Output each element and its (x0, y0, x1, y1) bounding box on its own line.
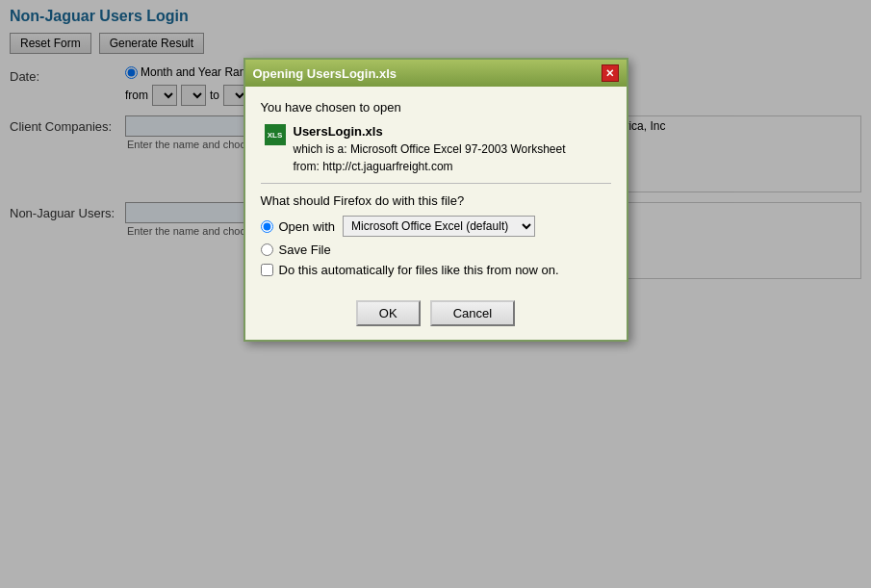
save-file-label[interactable]: Save File (261, 243, 331, 257)
auto-checkbox[interactable] (261, 264, 273, 276)
file-details: UsersLogin.xls which is a: Microsoft Off… (294, 124, 566, 175)
dialog-footer: OK Cancel (245, 291, 627, 293)
dialog-titlebar: Opening UsersLogin.xls ✕ (245, 60, 627, 87)
open-with-label[interactable]: Open with (261, 219, 336, 234)
dialog-title: Opening UsersLogin.xls (253, 66, 397, 81)
file-meta: which is a: Microsoft Office Excel 97-20… (294, 141, 566, 175)
divider (261, 183, 611, 184)
dialog-overlay: Opening UsersLogin.xls ✕ You have chosen… (0, 0, 871, 293)
open-with-radio[interactable] (261, 220, 273, 233)
dialog-intro: You have chosen to open (261, 100, 611, 115)
open-with-select[interactable]: Microsoft Office Excel (default) (343, 216, 535, 237)
from-source-label: from: (294, 160, 320, 173)
file-info: XLS UsersLogin.xls which is a: Microsoft… (261, 124, 611, 175)
which-is-a-label: which is a: (294, 142, 347, 156)
dialog-close-button[interactable]: ✕ (602, 64, 619, 82)
save-file-option: Save File (261, 243, 611, 257)
open-file-dialog: Opening UsersLogin.xls ✕ You have chosen… (243, 58, 628, 293)
open-with-option: Open with Microsoft Office Excel (defaul… (261, 216, 611, 237)
save-file-radio[interactable] (261, 243, 273, 256)
file-type: Microsoft Office Excel 97-2003 Worksheet (350, 142, 566, 156)
auto-label: Do this automatically for files like thi… (279, 263, 559, 277)
auto-option: Do this automatically for files like thi… (261, 263, 611, 277)
filename: UsersLogin.xls (294, 124, 566, 139)
dialog-body: You have chosen to open XLS UsersLogin.x… (245, 87, 627, 291)
file-source: http://ct.jaguarfreight.com (322, 160, 452, 173)
file-icon: XLS (265, 124, 286, 145)
dialog-question: What should Firefox do with this file? (261, 193, 611, 208)
